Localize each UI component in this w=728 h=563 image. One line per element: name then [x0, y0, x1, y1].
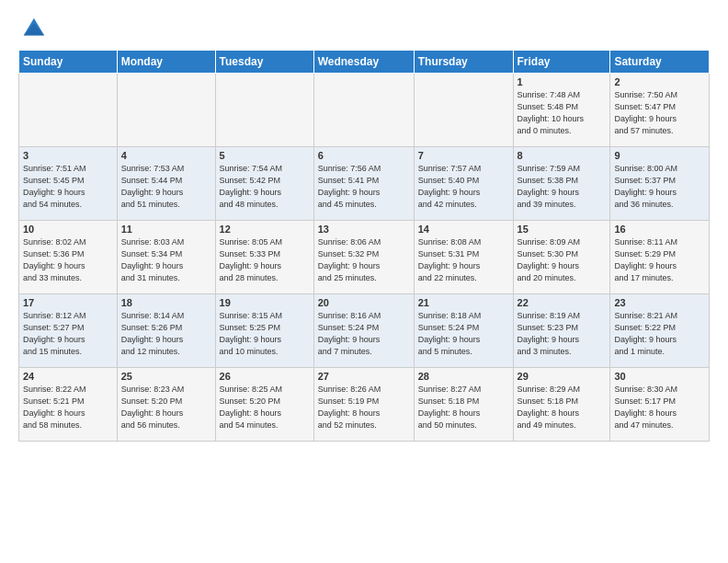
- weekday-header: Thursday: [414, 51, 513, 74]
- day-number: 24: [23, 371, 113, 382]
- day-info: Sunrise: 7:56 AMSunset: 5:41 PMDaylight:…: [318, 163, 410, 211]
- calendar-cell: 3Sunrise: 7:51 AMSunset: 5:45 PMDaylight…: [19, 147, 118, 221]
- calendar-cell: 12Sunrise: 8:05 AMSunset: 5:33 PMDayligh…: [215, 221, 313, 294]
- calendar-cell: 24Sunrise: 8:22 AMSunset: 5:21 PMDayligh…: [19, 368, 118, 442]
- weekday-header: Friday: [513, 51, 610, 74]
- calendar-cell: [215, 74, 313, 147]
- day-info: Sunrise: 8:05 AMSunset: 5:33 PMDaylight:…: [220, 236, 310, 284]
- day-number: 28: [418, 371, 509, 382]
- calendar-cell: 7Sunrise: 7:57 AMSunset: 5:40 PMDaylight…: [414, 147, 513, 221]
- calendar-cell: [117, 74, 215, 147]
- calendar-cell: 20Sunrise: 8:16 AMSunset: 5:24 PMDayligh…: [313, 294, 414, 368]
- day-number: 13: [318, 224, 410, 235]
- day-number: 1: [518, 76, 607, 87]
- calendar-cell: 30Sunrise: 8:30 AMSunset: 5:17 PMDayligh…: [610, 368, 710, 442]
- logo: [18, 15, 46, 40]
- calendar-cell: 13Sunrise: 8:06 AMSunset: 5:32 PMDayligh…: [313, 221, 414, 294]
- calendar-cell: 2Sunrise: 7:50 AMSunset: 5:47 PMDaylight…: [610, 74, 710, 147]
- weekday-header: Tuesday: [215, 51, 313, 74]
- day-number: 27: [318, 371, 410, 382]
- day-info: Sunrise: 7:57 AMSunset: 5:40 PMDaylight:…: [418, 163, 509, 211]
- calendar-cell: 11Sunrise: 8:03 AMSunset: 5:34 PMDayligh…: [117, 221, 215, 294]
- day-number: 29: [518, 371, 607, 382]
- day-number: 3: [23, 150, 113, 161]
- day-info: Sunrise: 8:14 AMSunset: 5:26 PMDaylight:…: [121, 310, 211, 358]
- day-info: Sunrise: 8:00 AMSunset: 5:37 PMDaylight:…: [614, 163, 705, 211]
- day-info: Sunrise: 8:06 AMSunset: 5:32 PMDaylight:…: [318, 236, 410, 284]
- day-number: 12: [220, 224, 310, 235]
- day-number: 8: [518, 150, 607, 161]
- day-number: 18: [121, 297, 211, 308]
- calendar-week-row: 10Sunrise: 8:02 AMSunset: 5:36 PMDayligh…: [19, 221, 710, 294]
- day-number: 22: [518, 297, 607, 308]
- day-info: Sunrise: 8:29 AMSunset: 5:18 PMDaylight:…: [518, 384, 607, 431]
- svg-marker-1: [24, 23, 44, 35]
- calendar-week-row: 24Sunrise: 8:22 AMSunset: 5:21 PMDayligh…: [19, 368, 710, 442]
- day-info: Sunrise: 7:59 AMSunset: 5:38 PMDaylight:…: [518, 163, 607, 211]
- calendar-cell: 14Sunrise: 8:08 AMSunset: 5:31 PMDayligh…: [414, 221, 513, 294]
- day-info: Sunrise: 8:23 AMSunset: 5:20 PMDaylight:…: [121, 384, 211, 431]
- weekday-header: Monday: [117, 51, 215, 74]
- day-number: 6: [318, 150, 410, 161]
- day-number: 26: [220, 371, 310, 382]
- day-number: 14: [418, 224, 509, 235]
- day-info: Sunrise: 8:19 AMSunset: 5:23 PMDaylight:…: [518, 310, 607, 358]
- calendar-cell: 29Sunrise: 8:29 AMSunset: 5:18 PMDayligh…: [513, 368, 610, 442]
- day-info: Sunrise: 8:18 AMSunset: 5:24 PMDaylight:…: [418, 310, 509, 358]
- logo-icon: [20, 15, 46, 40]
- calendar-week-row: 3Sunrise: 7:51 AMSunset: 5:45 PMDaylight…: [19, 147, 710, 221]
- header: [18, 15, 710, 40]
- calendar-cell: [414, 74, 513, 147]
- calendar-cell: 22Sunrise: 8:19 AMSunset: 5:23 PMDayligh…: [513, 294, 610, 368]
- weekday-header: Sunday: [19, 51, 118, 74]
- weekday-header: Saturday: [610, 51, 710, 74]
- calendar-cell: 17Sunrise: 8:12 AMSunset: 5:27 PMDayligh…: [19, 294, 118, 368]
- day-number: 23: [614, 297, 705, 308]
- calendar-week-row: 1Sunrise: 7:48 AMSunset: 5:48 PMDaylight…: [19, 74, 710, 147]
- calendar: SundayMondayTuesdayWednesdayThursdayFrid…: [18, 50, 710, 442]
- calendar-cell: 4Sunrise: 7:53 AMSunset: 5:44 PMDaylight…: [117, 147, 215, 221]
- day-info: Sunrise: 8:11 AMSunset: 5:29 PMDaylight:…: [614, 236, 705, 284]
- day-info: Sunrise: 7:53 AMSunset: 5:44 PMDaylight:…: [121, 163, 211, 211]
- day-info: Sunrise: 8:30 AMSunset: 5:17 PMDaylight:…: [614, 384, 705, 431]
- day-number: 19: [220, 297, 310, 308]
- day-info: Sunrise: 7:48 AMSunset: 5:48 PMDaylight:…: [518, 89, 607, 137]
- day-info: Sunrise: 8:08 AMSunset: 5:31 PMDaylight:…: [418, 236, 509, 284]
- calendar-week-row: 17Sunrise: 8:12 AMSunset: 5:27 PMDayligh…: [19, 294, 710, 368]
- calendar-cell: 26Sunrise: 8:25 AMSunset: 5:20 PMDayligh…: [215, 368, 313, 442]
- calendar-cell: [19, 74, 118, 147]
- day-number: 15: [518, 224, 607, 235]
- day-info: Sunrise: 8:16 AMSunset: 5:24 PMDaylight:…: [318, 310, 410, 358]
- day-info: Sunrise: 7:54 AMSunset: 5:42 PMDaylight:…: [220, 163, 310, 211]
- calendar-cell: 15Sunrise: 8:09 AMSunset: 5:30 PMDayligh…: [513, 221, 610, 294]
- day-number: 20: [318, 297, 410, 308]
- day-info: Sunrise: 8:21 AMSunset: 5:22 PMDaylight:…: [614, 310, 705, 358]
- weekday-header: Wednesday: [313, 51, 414, 74]
- calendar-cell: 27Sunrise: 8:26 AMSunset: 5:19 PMDayligh…: [313, 368, 414, 442]
- calendar-cell: 8Sunrise: 7:59 AMSunset: 5:38 PMDaylight…: [513, 147, 610, 221]
- calendar-cell: 23Sunrise: 8:21 AMSunset: 5:22 PMDayligh…: [610, 294, 710, 368]
- calendar-cell: 1Sunrise: 7:48 AMSunset: 5:48 PMDaylight…: [513, 74, 610, 147]
- calendar-cell: 18Sunrise: 8:14 AMSunset: 5:26 PMDayligh…: [117, 294, 215, 368]
- calendar-cell: 21Sunrise: 8:18 AMSunset: 5:24 PMDayligh…: [414, 294, 513, 368]
- day-info: Sunrise: 8:25 AMSunset: 5:20 PMDaylight:…: [220, 384, 310, 431]
- calendar-cell: 5Sunrise: 7:54 AMSunset: 5:42 PMDaylight…: [215, 147, 313, 221]
- page: SundayMondayTuesdayWednesdayThursdayFrid…: [0, 0, 728, 451]
- day-number: 10: [23, 224, 113, 235]
- calendar-cell: 28Sunrise: 8:27 AMSunset: 5:18 PMDayligh…: [414, 368, 513, 442]
- calendar-cell: [313, 74, 414, 147]
- day-info: Sunrise: 8:09 AMSunset: 5:30 PMDaylight:…: [518, 236, 607, 284]
- day-info: Sunrise: 8:03 AMSunset: 5:34 PMDaylight:…: [121, 236, 211, 284]
- day-info: Sunrise: 8:02 AMSunset: 5:36 PMDaylight:…: [23, 236, 113, 284]
- day-number: 2: [614, 76, 705, 87]
- day-number: 16: [614, 224, 705, 235]
- day-number: 21: [418, 297, 509, 308]
- calendar-cell: 6Sunrise: 7:56 AMSunset: 5:41 PMDaylight…: [313, 147, 414, 221]
- day-number: 4: [121, 150, 211, 161]
- day-number: 25: [121, 371, 211, 382]
- day-info: Sunrise: 8:22 AMSunset: 5:21 PMDaylight:…: [23, 384, 113, 431]
- day-info: Sunrise: 7:51 AMSunset: 5:45 PMDaylight:…: [23, 163, 113, 211]
- day-number: 30: [614, 371, 705, 382]
- calendar-cell: 10Sunrise: 8:02 AMSunset: 5:36 PMDayligh…: [19, 221, 118, 294]
- day-info: Sunrise: 8:26 AMSunset: 5:19 PMDaylight:…: [318, 384, 410, 431]
